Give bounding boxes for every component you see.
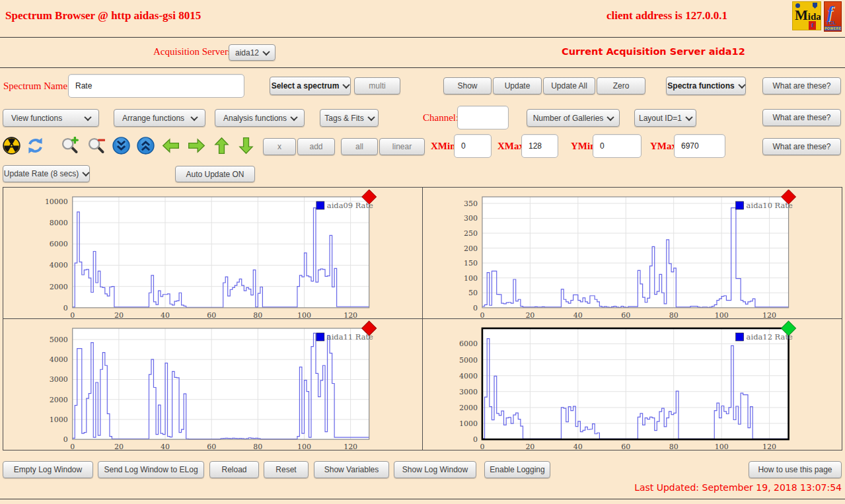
gallery-cell-aida11[interactable]: 010002000300040005000020406080100120aida…	[3, 319, 423, 450]
x-tick-label: 20	[525, 443, 534, 450]
tcl-logo-text: TCL	[825, 20, 841, 26]
y-tick-label: 0	[472, 435, 477, 444]
zoom-out-icon[interactable]	[87, 137, 105, 155]
chevron-down-icon	[685, 113, 692, 120]
select-spectrum-dropdown[interactable]: Select a spectrum	[270, 77, 351, 95]
acquisition-server-select[interactable]: aida12	[229, 44, 276, 61]
legend-label: aida11 Rate	[327, 332, 373, 342]
show-button[interactable]: Show	[443, 77, 492, 94]
tags-fits-dropdown[interactable]: Tags & Fits	[320, 109, 379, 127]
chart-aida12[interactable]: 0100020003000400050006000020406080100120…	[423, 319, 842, 450]
arrow-down-icon[interactable]	[237, 137, 255, 155]
plot-area[interactable]	[73, 197, 369, 308]
midas-logo-text: Midas	[795, 7, 821, 24]
reset-button[interactable]: Reset	[264, 461, 309, 478]
view-functions-dropdown[interactable]: View functions	[3, 109, 99, 127]
ymin-input[interactable]	[593, 134, 642, 158]
plot-area[interactable]	[482, 197, 788, 308]
radiation-icon[interactable]	[3, 137, 20, 155]
x-tick-label: 0	[480, 311, 484, 318]
y-tick-label: 50	[468, 289, 477, 297]
double-arrow-down-icon[interactable]	[112, 137, 130, 155]
range-toolbar-row: x add all linear XMin XMax YMin YMax Wha…	[0, 131, 845, 162]
y-tick-label: 1000	[459, 419, 477, 428]
enable-logging-button[interactable]: Enable Logging	[484, 461, 550, 478]
y-tick-label: 100	[463, 274, 477, 283]
y-tick-label: 150	[463, 259, 477, 268]
zero-button[interactable]: Zero	[597, 77, 645, 94]
acquisition-servers-label: Acquisition Servers	[153, 46, 232, 57]
zoom-in-icon[interactable]	[61, 137, 79, 155]
legend-swatch	[316, 201, 324, 209]
spectrum-name-label: Spectrum Name:	[3, 81, 70, 92]
double-arrow-up-icon[interactable]	[137, 137, 155, 155]
show-variables-button[interactable]: Show Variables	[314, 461, 389, 478]
chart-aida09[interactable]: 0200040006000800010000020406080100120aid…	[3, 188, 422, 318]
auto-update-button[interactable]: Auto Update ON	[175, 166, 255, 182]
plot-area[interactable]	[73, 328, 369, 439]
refresh-icon[interactable]	[26, 137, 44, 155]
y-tick-label: 2000	[50, 283, 68, 291]
update-button[interactable]: Update	[493, 77, 542, 94]
arrow-left-icon[interactable]	[162, 137, 180, 155]
y-tick-label: 5000	[50, 336, 68, 344]
tcl-powered-logo[interactable]: f TCL POWERED	[824, 1, 842, 32]
gallery-cell-aida09[interactable]: 0200040006000800010000020406080100120aid…	[3, 188, 423, 319]
spectrum-name-input[interactable]	[68, 74, 244, 98]
xmax-input[interactable]	[521, 134, 558, 158]
chevron-down-icon	[343, 81, 350, 89]
x-tick-label: 60	[621, 311, 630, 318]
x-tick-label: 100	[714, 443, 728, 450]
ymax-input[interactable]	[674, 134, 725, 158]
send-log-window-to-elog-button[interactable]: Send Log Window to ELog	[98, 461, 204, 478]
what-are-these-button-1[interactable]: What are these?	[762, 77, 841, 94]
what-are-these-button-3[interactable]: What are these?	[762, 138, 841, 155]
what-are-these-button-2[interactable]: What are these?	[762, 109, 841, 126]
gallery-cell-aida12[interactable]: 0100020003000400050006000020406080100120…	[423, 319, 842, 450]
legend-label: aida12 Rate	[746, 332, 792, 342]
spectra-functions-dropdown[interactable]: Spectra functions	[666, 77, 746, 95]
reload-button[interactable]: Reload	[209, 461, 259, 478]
y-tick-label: 4000	[50, 355, 68, 364]
y-tick-label: 200	[463, 244, 477, 253]
x-button[interactable]: x	[263, 138, 296, 155]
acquisition-server-value: aida12	[235, 48, 259, 57]
x-tick-label: 40	[161, 443, 170, 450]
x-tick-label: 60	[207, 311, 216, 318]
number-of-galleries-dropdown[interactable]: Number of Galleries	[527, 109, 620, 127]
layout-id-dropdown[interactable]: Layout ID=1	[634, 109, 696, 127]
arrow-right-icon[interactable]	[188, 137, 205, 155]
midas-logo[interactable]: Midas f	[792, 1, 821, 30]
last-updated-text: Last Updated: September 19, 2018 13:07:5…	[634, 482, 842, 493]
arrange-functions-dropdown[interactable]: Arrange functions	[114, 109, 205, 127]
y-tick-label: 4000	[459, 371, 477, 380]
update-rate-row: Update Rate (8 secs) Auto Update ON	[0, 162, 845, 187]
multi-button[interactable]: multi	[354, 77, 400, 94]
arrow-up-icon[interactable]	[213, 137, 231, 155]
acquisition-row: Acquisition Servers aida12 Current Acqui…	[0, 38, 845, 68]
empty-log-window-button[interactable]: Empty Log Window	[3, 461, 93, 478]
add-button[interactable]: add	[297, 138, 335, 155]
chevron-down-icon	[84, 113, 91, 120]
plot-area[interactable]	[482, 328, 788, 439]
all-button[interactable]: all	[341, 138, 378, 155]
y-tick-label: 350	[463, 199, 477, 208]
functions-row: View functions Arrange functions Analysi…	[0, 104, 845, 131]
spectra-gallery: 0200040006000800010000020406080100120aid…	[3, 187, 842, 450]
chart-aida10[interactable]: 050100150200250300350020406080100120aida…	[423, 188, 842, 318]
y-tick-label: 0	[472, 304, 477, 312]
xmin-input[interactable]	[454, 134, 492, 158]
linear-button[interactable]: linear	[379, 138, 425, 155]
y-tick-label: 300	[463, 214, 477, 223]
update-all-button[interactable]: Update All	[543, 77, 595, 94]
how-to-use-button[interactable]: How to use this page	[749, 461, 842, 478]
gallery-cell-aida10[interactable]: 050100150200250300350020406080100120aida…	[423, 188, 842, 319]
analysis-functions-dropdown[interactable]: Analysis functions	[215, 109, 305, 127]
y-tick-label: 8000	[50, 219, 68, 227]
show-log-window-button[interactable]: Show Log Window	[394, 461, 476, 478]
update-rate-dropdown[interactable]: Update Rate (8 secs)	[3, 165, 90, 182]
x-tick-label: 40	[573, 443, 582, 450]
chart-aida11[interactable]: 010002000300040005000020406080100120aida…	[3, 319, 422, 450]
legend-label: aida09 Rate	[327, 201, 373, 210]
channel-input[interactable]	[457, 106, 509, 129]
